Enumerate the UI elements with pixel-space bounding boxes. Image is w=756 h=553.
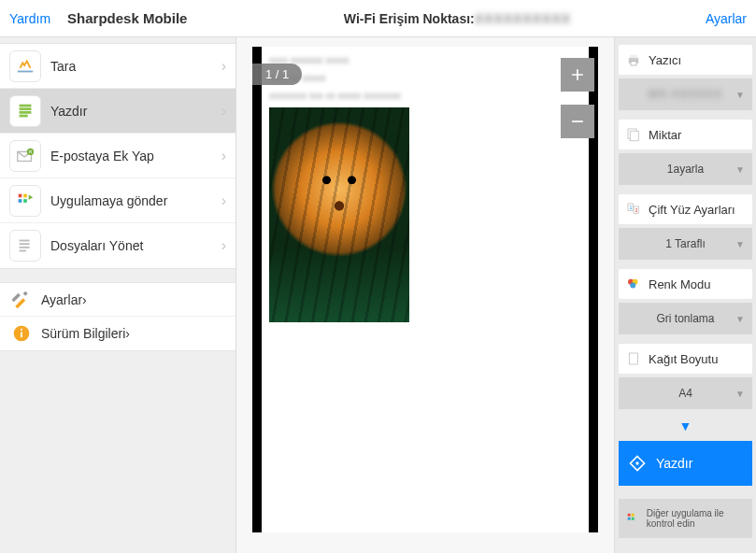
dropdown-icon: ▼ (735, 164, 745, 175)
svg-rect-13 (20, 250, 26, 252)
sidebar-item-settings[interactable]: Ayarlar › (0, 283, 235, 317)
svg-rect-30 (630, 353, 638, 364)
sidebar-item-version[interactable]: Sürüm Bilgileri › (0, 317, 235, 350)
print-settings-panel: Yazıcı MX-XXXXXX ▼ Miktar 1ayarla ▼ 12 Ç… (614, 37, 756, 553)
sidebar-item-label: Dosyaları Yönet (50, 238, 143, 253)
svg-rect-9 (23, 199, 27, 203)
svg-rect-7 (23, 193, 27, 197)
svg-point-29 (630, 283, 635, 289)
wifi-value: XXXXXXXXXX (475, 11, 571, 26)
info-icon (11, 323, 32, 344)
document-page[interactable]: xxxx xxxxxxx xxxxx xxxx xx xxxxx xxxxxxx… (252, 47, 598, 532)
preview-area: 1 / 1 xxxx xxxxxxx xxxxx xxxx xx xxxxx x… (236, 37, 614, 553)
dropdown-icon: ▼ (735, 389, 745, 399)
svg-text:2: 2 (635, 207, 638, 213)
setting-paper-value[interactable]: A4 ▼ (619, 377, 752, 409)
svg-rect-3 (20, 114, 28, 117)
sidebar-item-files[interactable]: Dosyaları Yönet › (0, 223, 235, 268)
top-bar: Yardım Sharpdesk Mobile Wi-Fi Erişim Nok… (0, 0, 756, 37)
setting-value-text: 1ayarla (667, 163, 704, 176)
paper-size-icon (624, 349, 643, 368)
svg-rect-11 (20, 243, 30, 245)
dropdown-icon: ▼ (735, 239, 745, 249)
chevron-right-icon: › (221, 237, 226, 254)
setting-value-text: MX-XXXXXX (649, 88, 722, 101)
dropdown-icon: ▼ (735, 90, 745, 100)
sidebar-item-label: Tara (50, 59, 76, 74)
print-icon (9, 95, 41, 127)
sidebar-item-label: Yazdır (50, 104, 87, 119)
duplex-icon: 12 (624, 200, 643, 219)
setting-color-value[interactable]: Gri tonlama ▼ (619, 303, 752, 334)
setting-label: Çift Yüz Ayarları (649, 203, 735, 217)
svg-rect-35 (628, 518, 631, 520)
setting-label: Renk Modu (649, 277, 710, 291)
chevron-right-icon: › (221, 103, 226, 120)
apps-grid-icon (626, 510, 639, 527)
svg-rect-14 (12, 292, 21, 301)
email-icon (9, 140, 41, 172)
zoom-out-button[interactable] (561, 105, 594, 138)
svg-rect-16 (21, 332, 22, 337)
setting-duplex-value[interactable]: 1 Taraflı ▼ (619, 228, 752, 260)
sidebar-item-email[interactable]: E-postaya Ek Yap › (0, 134, 235, 178)
other-app-button[interactable]: Diğer uygulama ile kontrol edin (619, 499, 752, 538)
svg-point-17 (21, 329, 22, 331)
send-app-icon (9, 185, 41, 217)
print-action-icon (628, 454, 647, 473)
tools-icon (11, 290, 32, 310)
svg-rect-34 (632, 514, 635, 517)
settings-link[interactable]: Ayarlar (706, 11, 747, 26)
chevron-right-icon: › (82, 292, 87, 307)
chevron-right-icon: › (221, 58, 226, 75)
printer-icon (624, 50, 643, 69)
svg-rect-20 (631, 62, 636, 66)
setting-label: Miktar (649, 128, 681, 142)
wifi-status: Wi-Fi Erişim Noktası:XXXXXXXXXX (234, 11, 681, 26)
sidebar-main-group: Tara › Yazdır › E-postaya Ek Yap › (0, 43, 235, 269)
svg-rect-19 (630, 55, 637, 58)
setting-duplex-header: 12 Çift Yüz Ayarları (619, 194, 752, 224)
setting-label: Kağıt Boyutu (649, 352, 718, 366)
svg-rect-6 (19, 193, 22, 197)
setting-value-text: Gri tonlama (656, 312, 714, 325)
expand-settings-icon[interactable]: ▼ (619, 418, 752, 433)
sidebar: Tara › Yazdır › E-postaya Ek Yap › (0, 37, 236, 553)
document-image (269, 107, 409, 322)
chevron-right-icon: › (221, 148, 226, 164)
page-counter: 1 / 1 (252, 64, 302, 85)
svg-rect-8 (19, 199, 22, 203)
svg-point-32 (635, 461, 638, 464)
sidebar-item-print[interactable]: Yazdır › (0, 89, 235, 134)
print-button-label: Yazdır (656, 456, 692, 471)
setting-label: Yazıcı (649, 53, 681, 67)
setting-printer-header: Yazıcı (619, 45, 752, 75)
sidebar-item-label: Uygulamaya gönder (50, 193, 167, 208)
chevron-right-icon: › (125, 326, 130, 341)
sidebar-secondary-group: Ayarlar › Sürüm Bilgileri › (0, 282, 235, 351)
print-button[interactable]: Yazdır (619, 441, 752, 486)
setting-color-header: Renk Modu (619, 269, 752, 299)
svg-rect-1 (20, 107, 32, 110)
other-app-label: Diğer uygulama ile kontrol edin (647, 508, 745, 529)
svg-rect-36 (632, 518, 635, 520)
setting-value-text: A4 (678, 387, 692, 400)
zoom-in-button[interactable] (561, 58, 594, 92)
setting-paper-header: Kağıt Boyutu (619, 344, 752, 374)
sidebar-item-label: Sürüm Bilgileri (41, 326, 125, 341)
wifi-label: Wi-Fi Erişim Noktası: (344, 11, 475, 26)
files-icon (9, 230, 41, 262)
chevron-right-icon: › (221, 192, 226, 209)
color-mode-icon (624, 275, 643, 293)
sidebar-item-label: Ayarlar (41, 292, 82, 307)
svg-rect-12 (20, 247, 30, 248)
setting-printer-value[interactable]: MX-XXXXXX ▼ (619, 78, 752, 110)
quantity-icon (624, 125, 643, 144)
doc-meta-line: xxxx xxxxxxx xxxxx (269, 54, 581, 66)
sidebar-item-scan[interactable]: Tara › (0, 44, 235, 89)
sidebar-item-label: E-postaya Ek Yap (50, 149, 154, 163)
sidebar-item-send-app[interactable]: Uygulamaya gönder › (0, 178, 235, 223)
setting-quantity-value[interactable]: 1ayarla ▼ (619, 153, 752, 185)
svg-rect-10 (20, 240, 30, 242)
help-link[interactable]: Yardım (9, 11, 50, 26)
